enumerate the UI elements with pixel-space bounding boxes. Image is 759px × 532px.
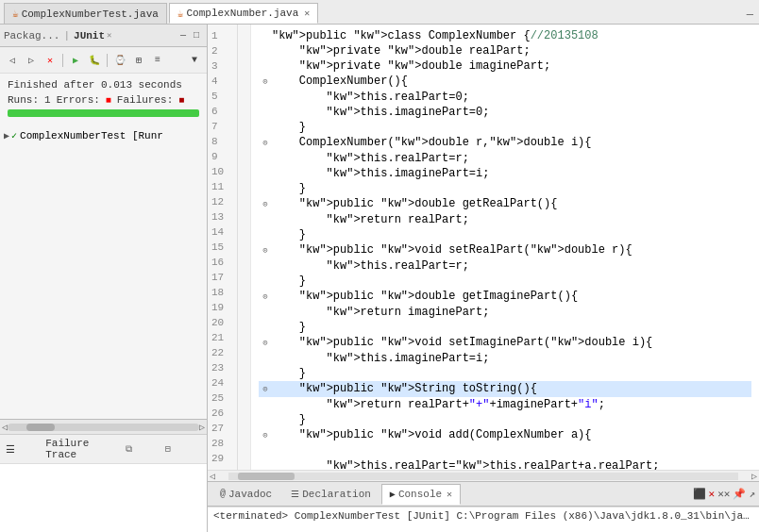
junit-toolbar: ◁ ▷ ✕ ▶ 🐛 ⌚ ⊞ ≡ ▼ [0, 47, 207, 74]
scroll-thumb[interactable] [26, 424, 55, 431]
stop-icon[interactable]: ✕ [709, 488, 716, 500]
h-scroll-right-icon[interactable]: ▷ [750, 471, 759, 482]
tab-declaration[interactable]: ☰ Declaration [282, 484, 380, 505]
copy-icon[interactable]: ⧉ [126, 444, 161, 455]
runs-line: Runs: 1 Errors: ■ Failures: ■ [8, 94, 199, 106]
failure-trace-icon: ☰ [6, 443, 42, 456]
back-icon[interactable]: ◁ [4, 52, 21, 69]
expand-icon[interactable]: ▶ [4, 130, 9, 141]
error-icon[interactable]: ✕ [42, 52, 59, 69]
scroll-right-icon[interactable]: ▷ [199, 422, 205, 433]
maximize-icon[interactable]: □ [190, 29, 203, 42]
forward-icon[interactable]: ▷ [23, 52, 40, 69]
open-in-icon[interactable]: ↗ [749, 488, 755, 500]
debug-icon[interactable]: 🐛 [86, 52, 103, 69]
tab-close-icon[interactable]: ✕ [304, 8, 310, 19]
minimize-icon[interactable]: — [177, 29, 190, 42]
left-bottom-panel: ◁ ▷ ☰ Failure Trace ⧉ ⊟ [0, 419, 207, 532]
list-icon[interactable]: ≡ [149, 52, 166, 69]
layout-icon[interactable]: ⊞ [130, 52, 147, 69]
remove-all-icon[interactable]: ✕✕ [717, 488, 730, 500]
editor-h-scrollbar[interactable]: ◁ ▷ [208, 470, 759, 481]
tab-label: ComplexNumberTest.java [22, 8, 159, 20]
bottom-panel: @ Javadoc ☰ Declaration ▶ Console ✕ [208, 481, 759, 532]
failure-trace-header: ☰ Failure Trace ⧉ ⊟ [0, 435, 207, 464]
console-label: Console [398, 489, 442, 500]
tab-complexnumber[interactable]: ☕ ComplexNumber.java ✕ [169, 3, 318, 24]
editor-menu-icon[interactable]: — [741, 7, 759, 24]
test-tree[interactable]: ▶ ✓ ComplexNumberTest [Runr [0, 126, 207, 419]
editor-panel: 1234567891011121314151617181920212223242… [208, 25, 759, 532]
code-area[interactable]: 1234567891011121314151617181920212223242… [208, 25, 759, 470]
java-file-icon: ☕ [12, 8, 19, 20]
console-text: <terminated> ComplexNumberTest [JUnit] C… [208, 507, 759, 532]
tree-item-label: ComplexNumberTest [Runr [20, 130, 163, 141]
horizontal-scrollbar[interactable]: ◁ ▷ [0, 420, 207, 435]
junit-status: Finished after 0.013 seconds Runs: 1 Err… [0, 74, 207, 126]
finished-text: Finished after 0.013 seconds [8, 79, 199, 91]
tree-item-complexnumbertest[interactable]: ▶ ✓ ComplexNumberTest [Runr [0, 128, 207, 143]
failures-badge: ■ [178, 95, 184, 106]
console-content: <terminated> ComplexNumberTest [JUnit] C… [208, 507, 759, 532]
declaration-label: Declaration [302, 489, 371, 500]
tab-complexnumbertest[interactable]: ☕ ComplexNumberTest.java [4, 3, 167, 24]
h-scroll-track[interactable] [228, 473, 738, 480]
package-label: Packag... [4, 30, 59, 42]
run-icon[interactable]: ▶ [67, 52, 84, 69]
code-content: "kw">public "kw">class ComplexNumber {//… [251, 25, 759, 470]
tab-console[interactable]: ▶ Console ✕ [381, 484, 461, 505]
history-icon[interactable]: ⌚ [111, 52, 128, 69]
junit-tab-label[interactable]: JUnit [74, 30, 105, 42]
runs-value: 1 [44, 94, 51, 106]
bottom-tab-bar: @ Javadoc ☰ Declaration ▶ Console ✕ [208, 482, 759, 507]
console-icon: ▶ [390, 489, 396, 500]
javadoc-icon: @ [220, 489, 226, 499]
java-file-icon: ☕ [177, 8, 184, 20]
h-scroll-thumb[interactable] [238, 473, 295, 480]
runs-label: Runs: [8, 94, 39, 106]
tab-label: ComplexNumber.java [186, 8, 298, 19]
clear-console-icon[interactable]: ⬛ [693, 488, 706, 500]
errors-badge: ■ [106, 95, 111, 106]
console-close-icon[interactable]: ✕ [447, 489, 452, 500]
h-scroll-left-icon[interactable]: ◁ [208, 471, 217, 482]
errors-label: Errors: [57, 94, 100, 106]
test-pass-icon: ✓ [11, 130, 17, 141]
declaration-icon: ☰ [291, 489, 299, 500]
chevron-down-icon[interactable]: ▼ [186, 52, 203, 69]
failures-label: Failures: [117, 94, 173, 106]
tab-javadoc[interactable]: @ Javadoc [211, 484, 280, 505]
editor-tab-bar: ☕ ComplexNumberTest.java ☕ ComplexNumber… [0, 0, 759, 25]
scroll-track[interactable] [8, 424, 199, 431]
progress-bar [8, 109, 199, 117]
left-panel-header: Packag... | JUnit ✕ — □ [0, 25, 207, 47]
failure-trace-content [0, 464, 207, 532]
pin-icon[interactable]: 📌 [733, 488, 746, 500]
filter-icon[interactable]: ⊟ [165, 443, 201, 455]
bottom-toolbar: ⬛ ✕ ✕✕ 📌 ↗ [693, 488, 760, 500]
failure-trace-label: Failure Trace [45, 438, 89, 460]
javadoc-label: Javadoc [228, 489, 272, 500]
